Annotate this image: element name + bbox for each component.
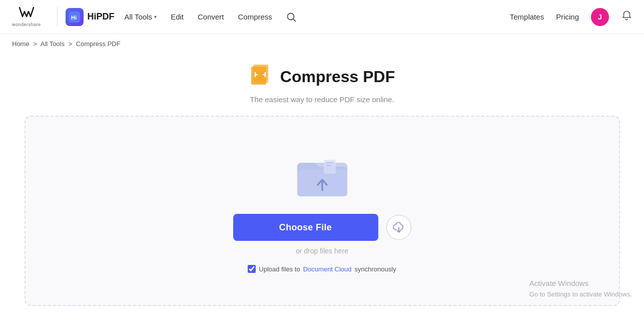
breadcrumb-sep1: >: [33, 40, 37, 48]
svg-rect-10: [326, 165, 332, 166]
nav-search[interactable]: [282, 8, 300, 26]
checkbox-suffix: synchronously: [355, 265, 396, 273]
page-title: Compress PDF: [280, 68, 395, 86]
page-title-row: Compress PDF: [249, 64, 395, 90]
nav-right: Templates Pricing J: [510, 8, 632, 26]
svg-text:Hi: Hi: [71, 15, 77, 21]
breadcrumb: Home > All Tools > Compress PDF: [0, 34, 644, 54]
nav-templates[interactable]: Templates: [510, 13, 544, 21]
upload-card: Choose File or drop files here Upload fi…: [25, 116, 620, 306]
compress-pdf-icon: [249, 64, 274, 90]
nav-compress[interactable]: Compress: [232, 9, 278, 25]
logo-area: wondershare: [12, 7, 41, 27]
svg-rect-9: [326, 162, 334, 163]
bell-icon[interactable]: [621, 10, 632, 24]
watermark-title: Activate Windows: [529, 278, 632, 289]
doc-cloud-link[interactable]: Document Cloud: [303, 265, 352, 273]
folder-icon: [295, 153, 350, 200]
breadcrumb-all-tools[interactable]: All Tools: [41, 40, 65, 48]
choose-file-button[interactable]: Choose File: [233, 214, 378, 241]
user-avatar[interactable]: J: [591, 8, 609, 26]
checkbox-row: Upload files to Document Cloud synchrono…: [248, 265, 396, 273]
wondershare-text: wondershare: [12, 22, 41, 27]
nav-convert[interactable]: Convert: [192, 9, 230, 25]
chevron-down-icon: ▾: [154, 14, 157, 20]
wondershare-logo[interactable]: wondershare: [12, 7, 41, 27]
ws-mark: [19, 7, 35, 21]
breadcrumb-current: Compress PDF: [76, 40, 121, 48]
nav-edit[interactable]: Edit: [165, 9, 190, 25]
windows-watermark: Activate Windows Go to Settings to activ…: [529, 278, 632, 299]
main-content: Compress PDF The easiest way to reduce P…: [0, 54, 644, 306]
nav-all-tools[interactable]: All Tools ▾: [119, 9, 163, 25]
header-divider: [57, 7, 58, 27]
hipdf-brand[interactable]: Hi HiPDF: [66, 8, 115, 26]
watermark-subtitle: Go to Settings to activate Windows.: [529, 289, 632, 299]
checkbox-label: Upload files to: [259, 265, 300, 273]
svg-line-3: [293, 19, 296, 22]
main-nav: All Tools ▾ Edit Convert Compress: [119, 8, 300, 26]
breadcrumb-sep2: >: [69, 40, 73, 48]
hipdf-icon: Hi: [66, 8, 84, 26]
upload-actions: Choose File: [233, 214, 411, 241]
hipdf-label: HiPDF: [88, 12, 115, 22]
page-subtitle: The easiest way to reduce PDF size onlin…: [250, 95, 394, 104]
nav-pricing[interactable]: Pricing: [556, 13, 579, 21]
doc-cloud-checkbox[interactable]: [248, 265, 256, 273]
cloud-upload-button[interactable]: [386, 215, 411, 240]
header: wondershare Hi HiPDF All Tools ▾ Ed: [0, 0, 644, 34]
breadcrumb-home[interactable]: Home: [12, 40, 30, 48]
drop-hint: or drop files here: [296, 247, 348, 255]
